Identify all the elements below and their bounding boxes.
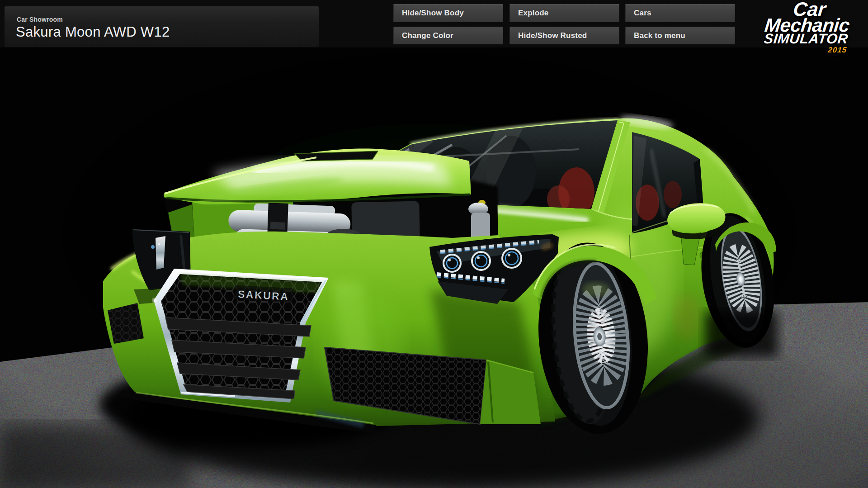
breadcrumb: Car Showroom [17,16,63,23]
cars-button[interactable]: Cars [625,4,735,22]
explode-button[interactable]: Explode [509,4,619,22]
vignette [0,0,868,488]
showroom-viewport[interactable]: SAKURA [0,0,868,488]
title-panel: Car Showroom Sakura Moon AWD W12 [5,6,319,47]
hide-show-rusted-button[interactable]: Hide/Show Rusted [509,27,619,44]
game-window: SAKURA [0,0,868,488]
game-logo: Car Mechanic SIMULATOR 2015 [761,1,852,54]
logo-line-simulator: SIMULATOR [762,33,848,45]
back-to-menu-button[interactable]: Back to menu [625,27,735,44]
change-color-button[interactable]: Change Color [393,27,503,44]
hide-show-body-button[interactable]: Hide/Show Body [393,4,503,22]
top-bar: Car Showroom Sakura Moon AWD W12 Hide/Sh… [0,0,868,47]
logo-year: 2015 [761,47,847,53]
page-title: Sakura Moon AWD W12 [16,24,170,40]
